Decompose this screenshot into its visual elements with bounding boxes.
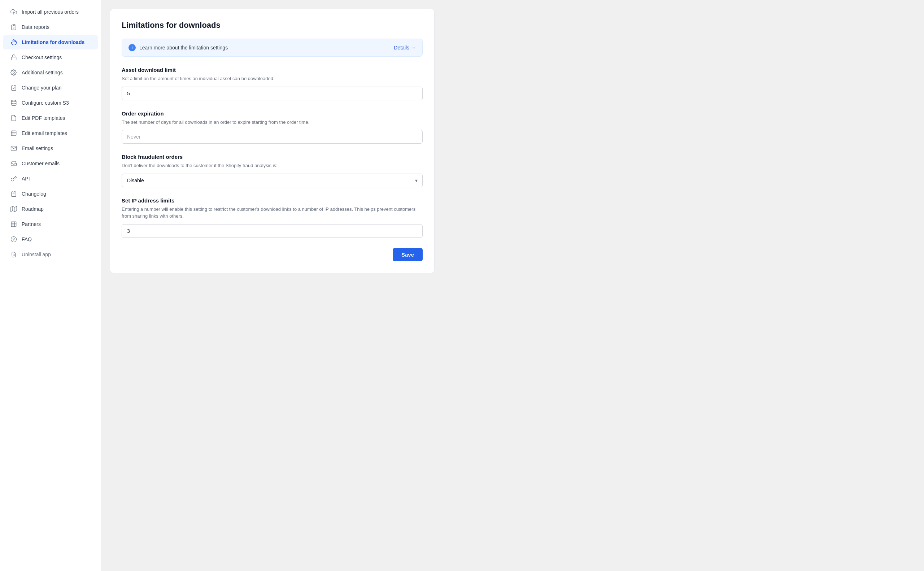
main-content: Limitations for downloads i Learn more a… (101, 0, 924, 571)
sidebar-item-uninstall[interactable]: Uninstall app (3, 247, 98, 262)
clipboard-icon (10, 23, 17, 31)
save-row: Save (122, 248, 423, 261)
sidebar-label-customer-emails: Customer emails (22, 160, 60, 167)
svg-rect-6 (13, 85, 15, 86)
section-title-ip-address-limits: Set IP address limits (122, 198, 423, 204)
sidebar-label-edit-pdf: Edit PDF templates (22, 115, 65, 121)
sidebar-item-partners[interactable]: Partners (3, 217, 98, 231)
upload-icon (10, 8, 17, 15)
key-icon (10, 175, 17, 182)
inbox-icon (10, 160, 17, 167)
page-title: Limitations for downloads (122, 20, 423, 30)
sidebar-item-customer-emails[interactable]: Customer emails (3, 156, 98, 171)
svg-marker-11 (11, 207, 17, 212)
mail-icon (10, 145, 17, 152)
sidebar-label-data-reports: Data reports (22, 24, 49, 30)
info-banner: i Learn more about the limitation settin… (122, 39, 423, 57)
sidebar-label-checkout-settings: Checkout settings (22, 54, 62, 60)
sidebar-item-changelog[interactable]: Changelog (3, 187, 98, 201)
table-icon (10, 130, 17, 137)
svg-rect-9 (13, 191, 15, 192)
sidebar-label-limitations-downloads: Limitations for downloads (22, 39, 85, 45)
sidebar-item-email-settings[interactable]: Email settings (3, 141, 98, 156)
sidebar-item-checkout-settings[interactable]: Checkout settings (3, 50, 98, 65)
sidebar-item-edit-pdf[interactable]: Edit PDF templates (3, 111, 98, 125)
sidebar-label-import-orders: Import all previous orders (22, 9, 79, 15)
svg-point-7 (11, 100, 16, 102)
section-title-order-expiration: Order expiration (122, 110, 423, 117)
sidebar-item-faq[interactable]: FAQ (3, 232, 98, 247)
sidebar-item-import-orders[interactable]: Import all previous orders (3, 5, 98, 19)
sidebar-item-data-reports[interactable]: Data reports (3, 20, 98, 34)
save-button[interactable]: Save (393, 248, 423, 261)
details-link[interactable]: Details → (394, 45, 416, 51)
select-block-fraudulent[interactable]: DisableLowMediumHigh (122, 174, 423, 187)
section-desc-asset-download-limit: Set a limit on the amount of times an in… (122, 75, 423, 82)
sidebar-item-configure-s3[interactable]: Configure custom S3 (3, 96, 98, 110)
sidebar-label-partners: Partners (22, 221, 41, 227)
input-order-expiration[interactable] (122, 130, 423, 144)
select-wrapper-block-fraudulent: DisableLowMediumHigh ▾ (122, 174, 423, 187)
section-asset-download-limit: Asset download limit Set a limit on the … (122, 67, 423, 100)
settings-icon (10, 69, 17, 76)
svg-rect-8 (11, 131, 16, 136)
section-block-fraudulent: Block fraudulent orders Don't deliver th… (122, 154, 423, 187)
info-banner-left: i Learn more about the limitation settin… (128, 44, 228, 51)
map-icon (10, 205, 17, 213)
input-ip-address-limits[interactable] (122, 224, 423, 238)
sidebar-label-email-settings: Email settings (22, 145, 53, 151)
sidebar-label-additional-settings: Additional settings (22, 69, 63, 76)
clipboard-check-icon (10, 84, 17, 91)
sidebar: Import all previous orders Data reports … (0, 0, 101, 571)
sidebar-item-api[interactable]: API (3, 171, 98, 186)
form-sections: Asset download limit Set a limit on the … (122, 67, 423, 238)
sidebar-item-edit-email-templates[interactable]: Edit email templates (3, 126, 98, 140)
building-icon (10, 221, 17, 228)
input-asset-download-limit[interactable] (122, 86, 423, 100)
sidebar-label-change-plan: Change your plan (22, 85, 62, 91)
section-order-expiration: Order expiration The set number of days … (122, 110, 423, 144)
clipboard2-icon (10, 190, 17, 198)
section-desc-block-fraudulent: Don't deliver the downloads to the custo… (122, 162, 423, 169)
file-icon (10, 114, 17, 122)
section-desc-ip-address-limits: Entering a number will enable this setti… (122, 206, 423, 220)
sidebar-label-changelog: Changelog (22, 191, 46, 197)
lock-icon (10, 54, 17, 61)
database-icon (10, 99, 17, 106)
sidebar-item-limitations-downloads[interactable]: Limitations for downloads (3, 35, 98, 49)
hand-icon (10, 39, 17, 46)
svg-point-5 (13, 72, 15, 74)
help-circle-icon (10, 236, 17, 243)
sidebar-label-edit-email-templates: Edit email templates (22, 130, 67, 136)
sidebar-label-api: API (22, 176, 30, 182)
sidebar-label-configure-s3: Configure custom S3 (22, 100, 69, 106)
section-desc-order-expiration: The set number of days for all downloads… (122, 119, 423, 126)
sidebar-label-uninstall: Uninstall app (22, 252, 51, 257)
sidebar-label-faq: FAQ (22, 236, 32, 242)
section-title-block-fraudulent: Block fraudulent orders (122, 154, 423, 160)
svg-rect-14 (11, 222, 16, 227)
svg-rect-4 (11, 57, 16, 60)
content-card: Limitations for downloads i Learn more a… (110, 9, 435, 273)
info-banner-text: Learn more about the limitation settings (139, 45, 228, 51)
svg-rect-1 (13, 25, 15, 26)
info-icon: i (128, 44, 136, 51)
sidebar-label-roadmap: Roadmap (22, 206, 44, 212)
sidebar-item-roadmap[interactable]: Roadmap (3, 202, 98, 216)
sidebar-item-change-plan[interactable]: Change your plan (3, 80, 98, 95)
svg-point-15 (11, 237, 17, 242)
section-title-asset-download-limit: Asset download limit (122, 67, 423, 73)
section-ip-address-limits: Set IP address limits Entering a number … (122, 198, 423, 238)
trash-icon (10, 251, 17, 258)
sidebar-item-additional-settings[interactable]: Additional settings (3, 65, 98, 80)
